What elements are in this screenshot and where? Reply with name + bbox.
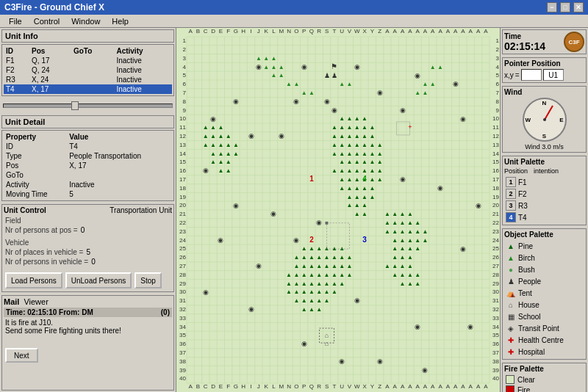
list-item[interactable]: ▦School bbox=[504, 311, 584, 322]
nr-places-value: 5 bbox=[86, 248, 90, 256]
map-canvas[interactable] bbox=[176, 28, 500, 392]
table-row[interactable]: F2Q, 24Inactive bbox=[4, 65, 172, 75]
mail-next-button[interactable]: Next bbox=[5, 348, 38, 363]
object-name: Pine bbox=[518, 242, 533, 250]
palette-headers: Position intention bbox=[504, 167, 584, 175]
menu-help[interactable]: Help bbox=[106, 15, 135, 28]
list-item[interactable]: ⛺Tent bbox=[504, 287, 584, 299]
object-palette-label: Object Palette bbox=[504, 231, 584, 239]
compass-w: W bbox=[526, 117, 531, 123]
list-item[interactable]: ●Bush bbox=[504, 264, 584, 275]
wind-compass: N S E W bbox=[523, 98, 567, 142]
unit-control-header: Unit Control bbox=[4, 206, 46, 214]
object-name: School bbox=[518, 313, 541, 321]
time-label: Time bbox=[504, 32, 545, 40]
table-row[interactable]: T4X, 17Inactive bbox=[4, 84, 172, 94]
palette-unit-id: F2 bbox=[518, 190, 527, 198]
menu-window[interactable]: Window bbox=[65, 15, 106, 28]
nr-persons-row: Nr of persons at pos = 0 bbox=[4, 225, 172, 235]
table-row[interactable]: R3X, 24Inactive bbox=[4, 75, 172, 84]
menu-control[interactable]: Control bbox=[28, 15, 65, 28]
pointer-position-label: Pointer Position bbox=[504, 59, 584, 68]
nr-persons-vehicle-row: Nr of persons in vehicle = 0 bbox=[4, 257, 172, 266]
equals-label: = bbox=[515, 71, 520, 79]
list-item[interactable]: ✚Health Centre bbox=[504, 334, 584, 346]
list-item[interactable]: 2F2 bbox=[504, 188, 584, 200]
palette-num: 2 bbox=[506, 189, 516, 199]
maximize-button[interactable]: □ bbox=[560, 2, 570, 12]
object-name: Birch bbox=[518, 254, 535, 262]
nr-persons-vehicle-value: 0 bbox=[91, 258, 96, 266]
object-icon: ✚ bbox=[506, 335, 516, 345]
slider-track[interactable] bbox=[3, 104, 173, 108]
list-item[interactable]: ▲Pine bbox=[504, 240, 584, 252]
object-icon: ◈ bbox=[506, 323, 516, 333]
detail-row: IDT4 bbox=[4, 142, 172, 151]
object-icon: ▲ bbox=[506, 241, 516, 251]
list-item[interactable]: Clear bbox=[504, 374, 584, 385]
u-input[interactable] bbox=[543, 69, 564, 81]
compass-e: E bbox=[559, 117, 563, 123]
col-pos: Pos bbox=[29, 46, 71, 56]
field-label: Field bbox=[5, 217, 21, 225]
time-row: Time 02:15:14 C3F bbox=[504, 32, 584, 52]
left-panel: Unit Info ID Pos GoTo Activity F1Q, 17In… bbox=[0, 28, 176, 392]
list-item[interactable]: ⌂House bbox=[504, 299, 584, 311]
fire-palette-section: Fire Palette ClearFireClosedOutBurnedOut bbox=[502, 363, 587, 392]
unit-detail-content: PropertyValueIDT4TypePeople Transportati… bbox=[1, 130, 174, 201]
object-name: Hospital bbox=[518, 348, 545, 356]
slider-thumb[interactable] bbox=[71, 101, 79, 110]
close-button[interactable]: ✕ bbox=[573, 2, 584, 12]
menu-file[interactable]: File bbox=[3, 15, 28, 28]
object-icon: ⌂ bbox=[506, 300, 516, 310]
stop-button[interactable]: Stop bbox=[135, 272, 162, 288]
mail-line1: It is fire at J10. bbox=[5, 319, 171, 327]
unit-palette-label: Unit Palette bbox=[504, 158, 584, 166]
table-row[interactable]: F1Q, 17Inactive bbox=[4, 56, 172, 65]
unit-detail-section: Unit Detail PropertyValueIDT4TypePeople … bbox=[0, 114, 176, 203]
map-area[interactable] bbox=[176, 28, 500, 392]
list-item[interactable]: 4T4 bbox=[504, 211, 584, 223]
unit-control-section: Unit Control Transportation Unit Field N… bbox=[1, 204, 174, 292]
object-icon: ▲ bbox=[506, 253, 516, 263]
fire-name: Clear bbox=[517, 376, 535, 384]
fire-palette-items: ClearFireClosedOutBurnedOut bbox=[504, 374, 584, 392]
object-icon: ⛺ bbox=[506, 288, 516, 298]
main-layout: Unit Info ID Pos GoTo Activity F1Q, 17In… bbox=[0, 28, 588, 392]
object-palette-section: Object Palette ▲Pine▲Birch●Bush♟People⛺T… bbox=[502, 228, 587, 360]
list-item[interactable]: Fire bbox=[504, 385, 584, 392]
object-palette-items: ▲Pine▲Birch●Bush♟People⛺Tent⌂House▦Schoo… bbox=[504, 240, 584, 357]
palette-unit-id: R3 bbox=[518, 202, 528, 210]
vehicle-label: Vehicle bbox=[5, 239, 29, 247]
list-item[interactable]: 1F1 bbox=[504, 176, 584, 188]
unload-persons-button[interactable]: UnLoad Persons bbox=[65, 272, 132, 288]
unit-detail-table: PropertyValueIDT4TypePeople Transportati… bbox=[4, 132, 172, 199]
wind-section: Wind N S E W Wind 3.0 m/s bbox=[502, 86, 587, 153]
fire-palette-label: Fire Palette bbox=[504, 365, 584, 373]
list-item[interactable]: ✚Hospital bbox=[504, 346, 584, 357]
vehicle-label-row: Vehicle bbox=[4, 238, 172, 247]
palette-num: 1 bbox=[506, 177, 516, 187]
position-label: Position bbox=[504, 167, 528, 175]
minimize-button[interactable]: − bbox=[547, 2, 557, 12]
intention-label: intention bbox=[534, 167, 559, 175]
palette-num: 3 bbox=[506, 200, 516, 211]
col-id: ID bbox=[4, 46, 29, 56]
object-icon: ▦ bbox=[506, 311, 516, 322]
list-item[interactable]: ◈Transit Point bbox=[504, 322, 584, 334]
mail-counter: (0) bbox=[161, 308, 170, 316]
list-item[interactable]: 3R3 bbox=[504, 200, 584, 211]
detail-row: GoTo bbox=[4, 170, 172, 180]
nr-persons-vehicle-label: Nr of persons in vehicle = bbox=[5, 258, 88, 266]
fire-swatch bbox=[506, 385, 514, 392]
list-item[interactable]: ♟People bbox=[504, 275, 584, 287]
x-input[interactable] bbox=[521, 69, 542, 81]
nr-persons-value: 0 bbox=[81, 226, 85, 234]
fire-name: Fire bbox=[517, 386, 530, 393]
detail-row: PosX, 17 bbox=[4, 161, 172, 170]
load-persons-button[interactable]: Load Persons bbox=[5, 272, 62, 288]
list-item[interactable]: ▲Birch bbox=[504, 252, 584, 264]
palette-unit-id: T4 bbox=[518, 214, 527, 222]
compass-center bbox=[543, 118, 546, 121]
object-name: Transit Point bbox=[518, 324, 559, 333]
